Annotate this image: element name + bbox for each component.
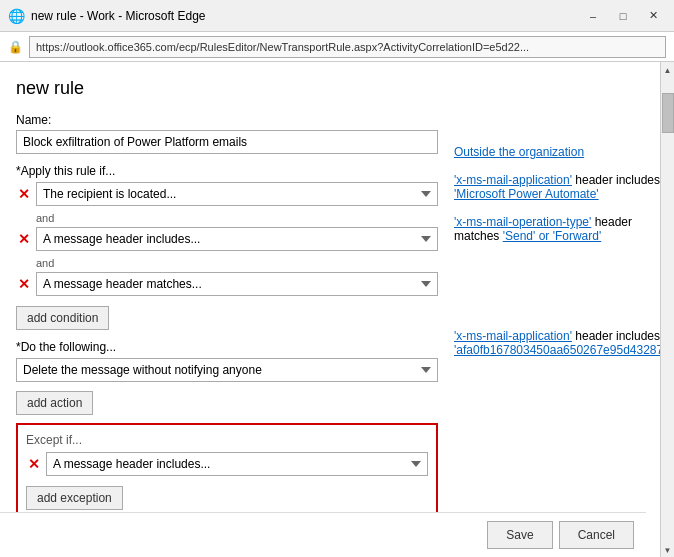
page-area: new rule Name: *Apply this rule if... <box>0 62 660 557</box>
right-info-condition-3: 'x-ms-mail-operation-type' header matche… <box>454 215 660 243</box>
name-label: Name: <box>16 113 438 127</box>
except-result-link[interactable]: 'x-ms-mail-application' <box>454 329 572 343</box>
minimize-button[interactable]: – <box>580 6 606 26</box>
remove-condition-1-button[interactable]: ✕ <box>16 187 32 201</box>
remove-condition-2-button[interactable]: ✕ <box>16 232 32 246</box>
except-condition-row: ✕ A message header includes... <box>26 452 428 476</box>
and-label-2: and <box>36 257 438 269</box>
do-action-select[interactable]: Delete the message without notifying any… <box>16 358 438 382</box>
condition-2-result-link[interactable]: 'x-ms-mail-application' <box>454 173 572 187</box>
condition-2-select[interactable]: A message header includes... <box>36 227 438 251</box>
right-panel: Outside the organization 'x-ms-mail-appl… <box>450 113 660 520</box>
condition-2-result-text1: header includes <box>572 173 660 187</box>
and-label-1: and <box>36 212 438 224</box>
condition-row-1: ✕ The recipient is located... <box>16 182 438 206</box>
condition-1-select[interactable]: The recipient is located... <box>36 182 438 206</box>
add-exception-button[interactable]: add exception <box>26 486 123 510</box>
form-container: Name: *Apply this rule if... ✕ The recip… <box>16 113 660 520</box>
full-page-wrapper: new rule Name: *Apply this rule if... <box>0 62 660 557</box>
condition-3-result-value[interactable]: 'Send' or 'Forward' <box>503 229 602 243</box>
add-condition-button[interactable]: add condition <box>16 306 109 330</box>
title-bar: 🌐 new rule - Work - Microsoft Edge – □ ✕ <box>0 0 674 32</box>
add-action-button[interactable]: add action <box>16 391 93 415</box>
condition-3-result-link[interactable]: 'x-ms-mail-operation-type' <box>454 215 591 229</box>
maximize-button[interactable]: □ <box>610 6 636 26</box>
except-result-value[interactable]: 'afa0fb167803450aa650267e95d43287' <box>454 343 660 357</box>
address-input[interactable] <box>29 36 666 58</box>
lock-icon: 🔒 <box>8 40 23 54</box>
scroll-down-arrow[interactable]: ▼ <box>662 544 674 557</box>
condition-row-3: ✕ A message header matches... <box>16 272 438 296</box>
right-info-condition-1: Outside the organization <box>454 145 660 159</box>
condition-2-result-value[interactable]: 'Microsoft Power Automate' <box>454 187 599 201</box>
title-bar-left: 🌐 new rule - Work - Microsoft Edge <box>8 8 206 24</box>
condition-1-result-link[interactable]: Outside the organization <box>454 145 584 159</box>
remove-exception-button[interactable]: ✕ <box>26 457 42 471</box>
address-bar: 🔒 <box>0 32 674 62</box>
remove-condition-3-button[interactable]: ✕ <box>16 277 32 291</box>
apply-rule-label: *Apply this rule if... <box>16 164 438 178</box>
right-info-condition-2: 'x-ms-mail-application' header includes … <box>454 173 660 201</box>
except-condition-select[interactable]: A message header includes... <box>46 452 428 476</box>
save-button[interactable]: Save <box>487 521 552 549</box>
page-title: new rule <box>16 78 660 99</box>
footer: Save Cancel <box>0 512 646 557</box>
main-content: new rule Name: *Apply this rule if... <box>0 62 674 557</box>
window-title: new rule - Work - Microsoft Edge <box>31 9 206 23</box>
scrollbar[interactable]: ▲ ▼ <box>660 62 674 557</box>
condition-3-select[interactable]: A message header matches... <box>36 272 438 296</box>
do-following-label: *Do the following... <box>16 340 438 354</box>
title-bar-controls: – □ ✕ <box>580 6 666 26</box>
cancel-button[interactable]: Cancel <box>559 521 634 549</box>
name-field-group: Name: <box>16 113 438 154</box>
close-button[interactable]: ✕ <box>640 6 666 26</box>
right-except-area: 'x-ms-mail-application' header includes … <box>454 329 660 357</box>
form-left: Name: *Apply this rule if... ✕ The recip… <box>16 113 450 520</box>
do-section: *Do the following... Delete the message … <box>16 340 438 415</box>
content-scrollable: new rule Name: *Apply this rule if... <box>0 62 660 557</box>
scrollbar-thumb[interactable] <box>662 93 674 133</box>
except-label: Except if... <box>26 433 428 447</box>
except-section: Except if... ✕ A message header includes… <box>16 423 438 520</box>
scroll-up-arrow[interactable]: ▲ <box>662 64 674 77</box>
name-input[interactable] <box>16 130 438 154</box>
browser-icon: 🌐 <box>8 8 25 24</box>
except-result-text1: header includes <box>572 329 660 343</box>
condition-row-2: ✕ A message header includes... <box>16 227 438 251</box>
